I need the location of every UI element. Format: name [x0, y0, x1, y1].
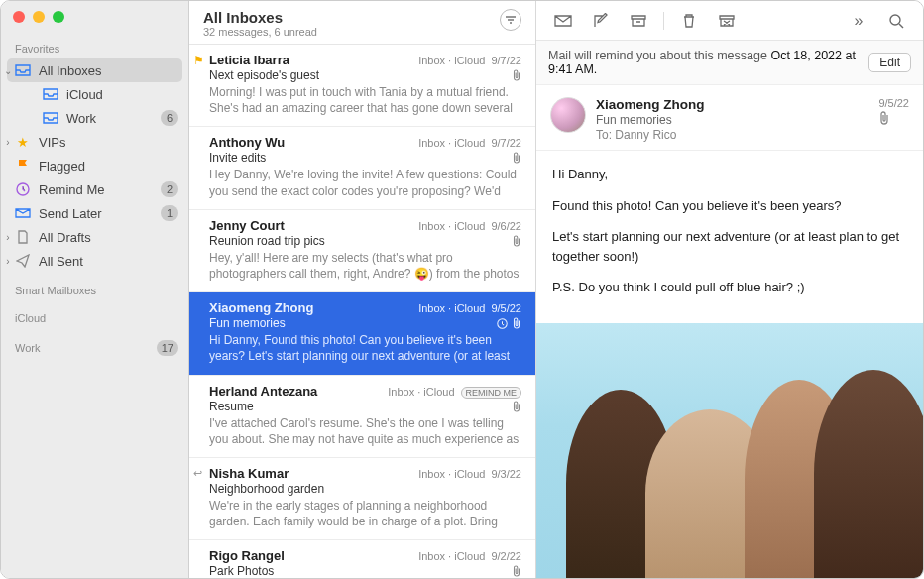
sidebar-item-label: Work — [66, 111, 153, 126]
attachment-icon[interactable] — [878, 111, 909, 125]
attachment-icon — [512, 565, 521, 577]
message-account: Inbox · iCloud — [418, 137, 485, 149]
message-date: 9/5/22 — [878, 97, 909, 109]
attachment-icon — [512, 69, 521, 81]
attachment-icon — [512, 152, 521, 164]
message-row[interactable]: ↩Nisha KumarInbox · iCloud9/3/22Neighbor… — [189, 458, 535, 540]
message-subject: Invite edits — [209, 151, 266, 165]
message-account: Inbox · iCloud — [388, 386, 454, 398]
message-sender: Leticia Ibarra — [209, 53, 289, 67]
close-window-button[interactable] — [13, 11, 25, 23]
sidebar-item-label: iCloud — [66, 87, 178, 102]
sidebar-item-work[interactable]: Work 6 — [1, 106, 188, 130]
sidebar-item-remind-me[interactable]: Remind Me 2 — [1, 177, 188, 201]
replied-icon: ↩ — [193, 467, 202, 480]
remind-me-pill: REMIND ME — [461, 387, 522, 399]
message-date: 9/3/22 — [491, 468, 521, 480]
attached-photo[interactable] — [536, 323, 923, 579]
reminder-text: Mail will remind you about this message … — [548, 49, 861, 76]
message-preview: I've attached Carol's resume. She's the … — [209, 415, 521, 447]
paper-plane-icon — [15, 253, 31, 269]
body-line: Found this photo! Can you believe it's b… — [552, 196, 907, 216]
message-sender[interactable]: Xiaomeng Zhong — [596, 97, 868, 112]
message-preview: Morning! I was put in touch with Tania b… — [209, 84, 521, 116]
sidebar-item-vips[interactable]: › ★ VIPs — [1, 130, 188, 154]
trash-icon[interactable] — [672, 8, 706, 34]
message-preview: Hey, y'all! Here are my selects (that's … — [209, 250, 521, 282]
message-sender: Rigo Rangel — [209, 548, 285, 563]
chevron-down-icon[interactable]: ⌄ — [3, 65, 13, 76]
envelope-icon[interactable] — [546, 8, 580, 34]
remind-icon — [497, 318, 508, 329]
sidebar-item-label: Send Later — [39, 206, 153, 221]
edit-reminder-button[interactable]: Edit — [868, 53, 911, 72]
svg-point-2 — [890, 15, 900, 25]
message-subject: Resume — [209, 400, 254, 413]
junk-icon[interactable] — [710, 8, 744, 34]
chevron-right-icon[interactable]: › — [3, 256, 13, 267]
message-preview: Hey Danny, We're loving the invite! A fe… — [209, 167, 521, 198]
document-icon — [15, 229, 31, 245]
message-row[interactable]: Herland AntezanaInbox · iCloudREMIND MER… — [189, 376, 535, 458]
message-date: 9/7/22 — [491, 137, 521, 149]
attachment-icon — [512, 317, 521, 329]
message-body: Hi Danny, Found this photo! Can you beli… — [536, 151, 923, 323]
message-date: 9/5/22 — [491, 302, 521, 314]
message-preview: We're in the early stages of planning a … — [209, 498, 521, 529]
sidebar-item-all-inboxes[interactable]: ⌄ All Inboxes — [7, 58, 182, 82]
zoom-window-button[interactable] — [53, 11, 64, 23]
attachment-icon — [512, 235, 521, 247]
chevron-right-icon[interactable]: › — [3, 232, 13, 243]
message-date: 9/6/22 — [491, 220, 521, 232]
message-header: Xiaomeng Zhong Fun memories To: Danny Ri… — [536, 85, 923, 151]
sidebar-item-flagged[interactable]: Flagged — [1, 154, 188, 177]
message-list-header: All Inboxes 32 messages, 6 unread — [189, 1, 535, 45]
message-row[interactable]: Rigo RangelInbox · iCloud9/2/22Park Phot… — [189, 540, 535, 578]
star-icon: ★ — [15, 134, 31, 150]
sidebar-item-all-sent[interactable]: › All Sent — [1, 249, 188, 273]
sidebar-heading-work[interactable]: Work 17 — [1, 336, 188, 360]
count-badge: 2 — [161, 181, 178, 197]
chevron-right-icon[interactable]: › — [3, 137, 13, 148]
more-icon[interactable]: » — [842, 8, 875, 34]
sidebar-item-label: VIPs — [39, 135, 178, 150]
inbox-icon — [43, 110, 58, 126]
sidebar-item-icloud[interactable]: iCloud — [1, 82, 188, 106]
toolbar-separator — [663, 12, 664, 30]
archive-icon[interactable] — [622, 8, 655, 34]
message-row[interactable]: Anthony WuInbox · iCloud9/7/22Invite edi… — [189, 127, 535, 209]
message-preview: Hi Danny, Found this photo! Can you beli… — [209, 332, 521, 364]
inbox-icon — [43, 86, 58, 102]
message-account: Inbox · iCloud — [418, 220, 485, 232]
message-list-pane: All Inboxes 32 messages, 6 unread ⚑Letic… — [189, 1, 536, 578]
reader-pane: » Mail will remind you about this messag… — [536, 1, 923, 578]
message-account: Inbox · iCloud — [418, 468, 485, 480]
sidebar-item-all-drafts[interactable]: › All Drafts — [1, 225, 188, 249]
window-controls — [1, 1, 188, 37]
message-row[interactable]: ⚑Leticia IbarraInbox · iCloud9/7/22Next … — [189, 45, 535, 127]
message-subject: Reunion road trip pics — [209, 234, 325, 248]
message-subject: Neighborhood garden — [209, 482, 324, 496]
clock-icon — [15, 181, 31, 197]
sidebar-item-send-later[interactable]: Send Later 1 — [1, 201, 188, 225]
filter-button[interactable] — [500, 9, 521, 31]
sidebar-item-label: Remind Me — [39, 182, 153, 197]
send-later-icon — [15, 205, 31, 221]
sidebar-heading-favorites: Favorites — [1, 39, 188, 58]
message-subject: Fun memories — [596, 113, 868, 127]
message-date: 9/7/22 — [491, 55, 521, 66]
reader-toolbar: » — [536, 1, 923, 41]
message-date: 9/2/22 — [491, 550, 521, 562]
compose-icon[interactable] — [584, 8, 618, 34]
search-icon[interactable] — [879, 8, 913, 34]
sidebar-heading-smart: Smart Mailboxes — [1, 281, 188, 300]
message-row[interactable]: Jenny CourtInbox · iCloud9/6/22Reunion r… — [189, 210, 535, 292]
minimize-window-button[interactable] — [33, 11, 45, 23]
body-line: P.S. Do you think I could pull off blue … — [552, 278, 907, 297]
message-list[interactable]: ⚑Leticia IbarraInbox · iCloud9/7/22Next … — [189, 45, 535, 578]
sender-avatar[interactable] — [550, 97, 586, 133]
message-row[interactable]: Xiaomeng ZhongInbox · iCloud9/5/22Fun me… — [189, 292, 535, 375]
sidebar-item-label: All Inboxes — [39, 63, 173, 78]
flag-icon: ⚑ — [193, 54, 204, 67]
message-recipients: To: Danny Rico — [596, 128, 868, 142]
